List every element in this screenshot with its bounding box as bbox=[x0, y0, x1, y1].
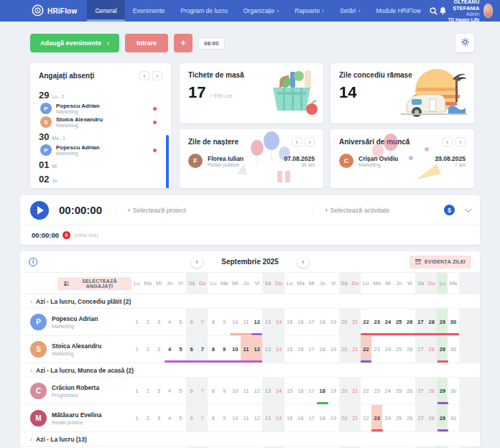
next-button[interactable]: › bbox=[152, 71, 162, 80]
day-cell[interactable]: 30 bbox=[448, 405, 458, 431]
play-button[interactable] bbox=[30, 201, 49, 220]
list-item[interactable]: PPopescu AdrianMarketing bbox=[40, 144, 162, 156]
select-employees-button[interactable]: SELECTEAZĂ ANGAJAȚI bbox=[57, 277, 131, 290]
day-cell[interactable]: 26 bbox=[404, 336, 415, 363]
day-cell[interactable]: 10 bbox=[230, 405, 241, 431]
day-cell[interactable]: 15 bbox=[284, 378, 295, 404]
day-cell[interactable]: 20 bbox=[339, 336, 350, 363]
add-entry-button[interactable]: + bbox=[174, 34, 193, 52]
day-cell[interactable]: 15 bbox=[284, 309, 295, 335]
settings-button[interactable] bbox=[455, 34, 474, 52]
day-cell[interactable]: 1 bbox=[131, 336, 142, 363]
day-cell[interactable]: 1 bbox=[131, 405, 142, 431]
day-cell[interactable]: 18 bbox=[317, 405, 328, 431]
day-cell[interactable]: 5 bbox=[175, 405, 186, 431]
day-cell[interactable]: 11 bbox=[241, 336, 251, 363]
day-cell[interactable]: 30 bbox=[448, 378, 458, 404]
day-cell[interactable]: 27 bbox=[415, 309, 426, 335]
day-cell[interactable]: 27 bbox=[415, 336, 426, 363]
day-cell[interactable]: 20 bbox=[339, 309, 350, 335]
next-button[interactable]: › bbox=[455, 137, 466, 146]
day-cell[interactable]: 23 bbox=[371, 378, 382, 404]
day-cell[interactable]: 23 bbox=[371, 309, 382, 335]
clock-in-button[interactable]: Intrare bbox=[125, 34, 168, 52]
day-cell[interactable]: 26 bbox=[404, 309, 415, 335]
day-cell[interactable]: 8 bbox=[208, 378, 218, 404]
prev-month-button[interactable]: ‹ bbox=[191, 256, 203, 268]
nav-item-module-hriflow[interactable]: Module HRiFlow bbox=[368, 0, 428, 22]
day-cell[interactable]: 21 bbox=[350, 336, 361, 363]
day-cell[interactable]: 9 bbox=[219, 378, 230, 404]
day-cell[interactable]: 24 bbox=[382, 336, 393, 363]
day-cell[interactable]: 6 bbox=[186, 309, 197, 335]
day-cell[interactable]: 29 bbox=[437, 336, 448, 363]
nav-item-organiza-ie[interactable]: Organizație› bbox=[236, 0, 287, 22]
day-cell[interactable]: 14 bbox=[273, 405, 284, 431]
day-cell[interactable]: 20 bbox=[339, 378, 350, 404]
day-cell[interactable]: 7 bbox=[197, 405, 208, 431]
employee-cell[interactable]: CCrăciun RobertaProgramare bbox=[20, 378, 131, 404]
day-cell[interactable]: 10 bbox=[230, 378, 241, 404]
day-cell[interactable]: 16 bbox=[295, 336, 306, 363]
day-cell[interactable]: 25 bbox=[394, 336, 404, 363]
day-cell[interactable]: 19 bbox=[328, 336, 338, 363]
day-cell[interactable]: 24 bbox=[382, 405, 393, 431]
day-cell[interactable]: 12 bbox=[251, 378, 262, 404]
day-cell[interactable]: 24 bbox=[382, 378, 393, 404]
day-cell[interactable]: 12 bbox=[251, 309, 262, 335]
add-event-button[interactable]: Adaugă evenimente › bbox=[30, 34, 119, 52]
day-cell[interactable]: 4 bbox=[165, 309, 175, 335]
day-cell[interactable]: 12 bbox=[251, 405, 262, 431]
day-cell[interactable]: 4 bbox=[165, 405, 175, 431]
day-cell[interactable]: 1 bbox=[131, 309, 142, 335]
employee-cell[interactable]: MMătăsaru EvelinaRelații publice bbox=[20, 405, 131, 431]
day-cell[interactable]: 5 bbox=[175, 309, 186, 335]
day-cell[interactable]: 28 bbox=[426, 336, 437, 363]
day-cell[interactable]: 2 bbox=[142, 336, 153, 363]
day-cell[interactable]: 14 bbox=[273, 336, 284, 363]
employee-cell[interactable]: PPopescu AdrianMarketing bbox=[20, 309, 131, 335]
select-project-button[interactable]: + Selectează proiect bbox=[115, 207, 186, 214]
day-cell[interactable]: 30 bbox=[448, 309, 458, 335]
search-icon[interactable] bbox=[429, 0, 438, 22]
brand[interactable]: HRiFlow bbox=[0, 4, 87, 18]
billable-icon[interactable]: $ bbox=[444, 205, 455, 215]
birthday-entry[interactable]: F Florea Iulian Relații publice 07.08.20… bbox=[180, 151, 323, 171]
day-cell[interactable]: 17 bbox=[306, 378, 317, 404]
day-cell[interactable]: 9 bbox=[219, 336, 230, 363]
info-icon[interactable]: i bbox=[29, 258, 37, 266]
day-cell[interactable]: 7 bbox=[197, 309, 208, 335]
anniversary-entry[interactable]: C Crișan Ovidiu Marketing 23.08.2025 7 a… bbox=[330, 151, 474, 171]
day-cell[interactable]: 12 bbox=[251, 336, 262, 363]
day-cell[interactable]: 29 bbox=[437, 405, 448, 431]
day-cell[interactable]: 16 bbox=[295, 309, 306, 335]
day-cell[interactable]: 22 bbox=[361, 309, 371, 335]
nav-item-set-ri[interactable]: Setări› bbox=[332, 0, 368, 22]
day-cell[interactable]: 8 bbox=[208, 405, 218, 431]
bell-icon[interactable] bbox=[438, 0, 448, 22]
day-cell[interactable]: 23 bbox=[371, 405, 382, 431]
day-cell[interactable]: 28 bbox=[426, 378, 437, 404]
day-cell[interactable]: 2 bbox=[142, 405, 153, 431]
user-menu[interactable]: OLTEANU ȘTEFANIA Admin TD Happy Life bbox=[448, 0, 500, 24]
day-cell[interactable]: 29 bbox=[437, 309, 448, 335]
day-cell[interactable]: 25 bbox=[394, 309, 404, 335]
day-cell[interactable]: 16 bbox=[295, 405, 306, 431]
employee-cell[interactable]: SStoica AlexandruMarketing bbox=[20, 336, 131, 363]
day-cell[interactable]: 26 bbox=[404, 378, 415, 404]
day-cell[interactable]: 14 bbox=[273, 378, 284, 404]
day-cell[interactable]: 19 bbox=[328, 405, 338, 431]
day-cell[interactable]: 4 bbox=[165, 336, 175, 363]
day-cell[interactable]: 10 bbox=[230, 336, 241, 363]
nav-item-general[interactable]: General bbox=[87, 0, 124, 22]
day-cell[interactable]: 22 bbox=[361, 378, 371, 404]
day-cell[interactable]: 7 bbox=[197, 336, 208, 363]
day-cell[interactable]: 21 bbox=[350, 378, 361, 404]
day-cell[interactable]: 28 bbox=[426, 309, 437, 335]
day-cell[interactable]: 10 bbox=[230, 309, 241, 335]
day-cell[interactable]: 15 bbox=[284, 336, 295, 363]
group-header[interactable]: ›Azi - La lucru, Concediu plătit (2) bbox=[20, 294, 480, 309]
scrollbar[interactable] bbox=[166, 135, 169, 188]
day-cell[interactable]: 27 bbox=[415, 405, 426, 431]
day-cell[interactable]: 11 bbox=[241, 405, 251, 431]
